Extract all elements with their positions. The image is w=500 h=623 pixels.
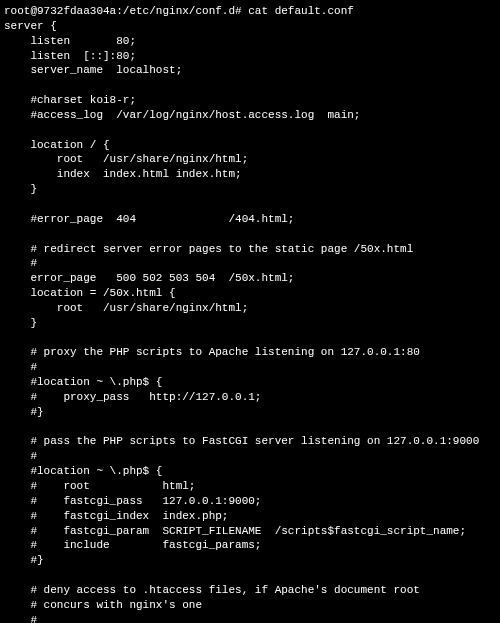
shell-command[interactable]: cat default.conf xyxy=(248,5,354,17)
file-output: server { listen 80; listen [::]:80; serv… xyxy=(4,19,496,623)
shell-prompt: root@9732fdaa304a:/etc/nginx/conf.d# xyxy=(4,5,248,17)
shell-prompt-line: root@9732fdaa304a:/etc/nginx/conf.d# cat… xyxy=(4,4,496,19)
